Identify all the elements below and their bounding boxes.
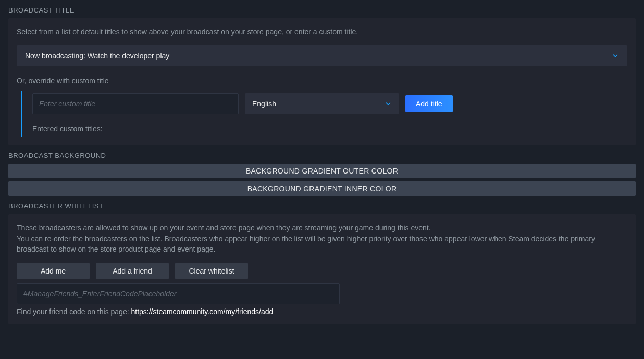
add-friend-button[interactable]: Add a friend (96, 263, 169, 279)
add-me-button[interactable]: Add me (17, 263, 90, 279)
language-selected: English (252, 100, 276, 108)
outer-color-button[interactable]: BACKGROUND GRADIENT OUTER COLOR (8, 164, 636, 178)
broadcast-title-selected: Now broadcasting: Watch the developer pl… (25, 52, 169, 60)
chevron-down-icon (385, 100, 392, 107)
broadcast-title-select[interactable]: Now broadcasting: Watch the developer pl… (17, 45, 627, 66)
friend-code-input[interactable] (17, 283, 340, 304)
friend-code-help-prefix: Find your friend code on this page: (17, 307, 131, 316)
section-broadcaster-whitelist: BROADCASTER WHITELIST (8, 202, 636, 210)
friend-code-link[interactable]: https://steamcommunity.com/my/friends/ad… (131, 307, 273, 316)
friend-code-help: Find your friend code on this page: http… (17, 307, 627, 316)
custom-title-block: English Add title Entered custom titles: (21, 91, 627, 137)
override-label: Or, override with custom title (17, 77, 627, 85)
entered-titles-label: Entered custom titles: (32, 125, 627, 133)
whitelist-help-2: You can re-order the broadcasters on the… (17, 233, 627, 255)
custom-title-input[interactable] (32, 93, 239, 114)
chevron-down-icon (612, 52, 619, 59)
whitelist-panel: These broadcasters are allowed to show u… (8, 214, 636, 324)
language-select[interactable]: English (245, 93, 399, 114)
broadcast-title-panel: Select from a list of default titles to … (8, 18, 636, 145)
section-broadcast-background: BROADCAST BACKGROUND (8, 152, 636, 159)
add-title-button[interactable]: Add title (405, 95, 453, 112)
clear-whitelist-button[interactable]: Clear whitelist (175, 263, 248, 279)
whitelist-help-1: These broadcasters are allowed to show u… (17, 222, 627, 233)
inner-color-button[interactable]: BACKGROUND GRADIENT INNER COLOR (8, 181, 636, 196)
broadcast-title-help: Select from a list of default titles to … (17, 27, 627, 37)
section-broadcast-title: BROADCAST TITLE (8, 6, 636, 14)
